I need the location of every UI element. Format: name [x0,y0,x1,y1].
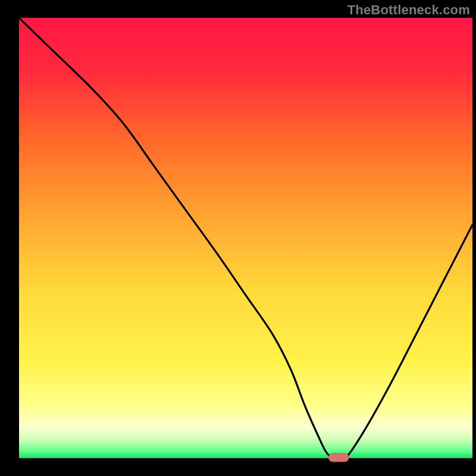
chart-container: TheBottleneck.com [0,0,476,476]
watermark-label: TheBottleneck.com [347,2,470,18]
optimum-marker [328,453,349,462]
bottleneck-chart [0,0,476,476]
